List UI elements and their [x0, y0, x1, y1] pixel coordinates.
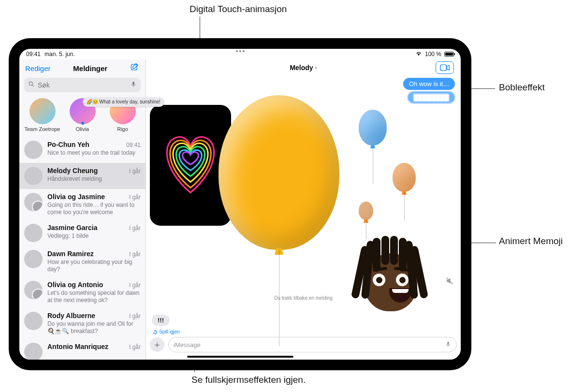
- search-icon: [28, 81, 35, 89]
- pinned-name: Rigo: [117, 126, 128, 132]
- conversation-time: I går: [129, 344, 141, 350]
- pinned-name: Olivia: [76, 126, 89, 132]
- unread-dot: [81, 122, 84, 125]
- conversation-name: Olivia og Antonio: [47, 281, 103, 289]
- conversation-name: Jasmine Garcia: [47, 224, 98, 232]
- edit-button[interactable]: Rediger: [25, 64, 51, 73]
- battery-icon: [444, 52, 454, 57]
- conversation-pane: Melody › Oh wow is it… ████████: [146, 59, 461, 360]
- conversation-name: Rody Albuerne: [47, 312, 95, 319]
- conversation-time: I går: [129, 168, 141, 174]
- callout-replay-fullscreen: Se fullskjermseffekten igjen.: [191, 375, 306, 385]
- conversation-time: I går: [129, 282, 141, 289]
- conversation-row[interactable]: Olivia og JasmineI gårGoing on this ride…: [19, 189, 146, 220]
- balloon-blue: [359, 110, 387, 145]
- pinned-row: Team Zoetrope 🌈😊 What a lovely day, suns…: [19, 95, 146, 137]
- callout-bubble-effect: Bobleeffekt: [499, 82, 545, 93]
- replay-label: Spill igjen: [159, 329, 180, 334]
- replay-effect-button[interactable]: Spill igjen: [153, 329, 180, 334]
- app-body: Rediger Meldinger: [19, 59, 461, 360]
- compose-icon[interactable]: [130, 62, 140, 74]
- avatar: [24, 250, 43, 268]
- conversation-preview: Vedlegg: 1 bilde: [47, 232, 141, 240]
- callout-digital-touch: Digital Touch-animasjon: [190, 4, 287, 15]
- chat-header[interactable]: Melody ›: [146, 59, 461, 76]
- received-message-bubble[interactable]: !!!: [152, 315, 170, 326]
- conversation-time: I går: [129, 313, 141, 319]
- mute-icon[interactable]: [445, 276, 454, 287]
- conversation-list[interactable]: Po-Chun Yeh09:41Nice to meet you on the …: [19, 137, 146, 360]
- conversation-row[interactable]: Jasmine GarciaI gårVedlegg: 1 bilde: [19, 220, 146, 246]
- avatar: [24, 281, 43, 299]
- avatar: [24, 193, 43, 211]
- conversation-preview: Nice to meet you on the trail today: [47, 149, 141, 157]
- conversation-preview: Do you wanna join me and Oli for 🍳☕🔍 bre…: [47, 320, 141, 335]
- mic-icon[interactable]: [130, 81, 137, 89]
- conversation-time: I går: [129, 225, 141, 232]
- replay-icon: [153, 330, 158, 334]
- conversation-row[interactable]: Melody CheungI gårHåndskrevet melding: [19, 163, 146, 189]
- conversation-row[interactable]: Antonio ManriquezI går: [19, 339, 146, 360]
- dictate-icon[interactable]: [445, 341, 452, 349]
- conversation-row[interactable]: Dawn RamirezI gårHow are you celebrating…: [19, 246, 146, 277]
- animated-memoji[interactable]: [354, 239, 427, 316]
- pinned-preview-bubble: 🌈😊 What a lovely day, sunshine!: [83, 97, 164, 107]
- svg-rect-3: [132, 82, 134, 85]
- ipad-device-frame: 09:41 man. 5. jun. 100 % Rediger Melding…: [9, 38, 471, 370]
- add-attachment-button[interactable]: ＋: [150, 337, 164, 352]
- chat-canvas[interactable]: Oh wow is it… ████████: [146, 76, 461, 360]
- conversation-name: Po-Chun Yeh: [47, 141, 89, 148]
- conversation-name: Antonio Manriquez: [47, 343, 108, 350]
- conversation-time: I går: [129, 194, 141, 201]
- home-indicator[interactable]: [187, 356, 293, 358]
- search-input[interactable]: [38, 81, 130, 89]
- multitask-dots[interactable]: [236, 50, 245, 52]
- conversation-name: Dawn Ramirez: [47, 250, 94, 258]
- compose-bar: ＋ iMessage: [150, 336, 457, 353]
- conversation-preview: Going on this ride… if you want to come …: [47, 202, 141, 216]
- chat-title: Melody: [290, 64, 313, 72]
- sent-message-bubble[interactable]: Oh wow is it…: [403, 78, 455, 90]
- wifi-icon: [415, 51, 422, 58]
- callout-animated-memoji: Animert Memoji: [499, 236, 563, 247]
- conversation-time: I går: [129, 251, 141, 258]
- conversation-row[interactable]: Po-Chun Yeh09:41Nice to meet you on the …: [19, 137, 146, 163]
- avatar: [29, 98, 56, 124]
- avatar: [24, 343, 43, 360]
- svg-rect-4: [440, 65, 447, 71]
- sidebar-title: Meldinger: [73, 64, 107, 73]
- status-time: 09:41: [26, 51, 41, 58]
- heart-drawing: [157, 120, 224, 203]
- avatar: [24, 141, 43, 159]
- messages-sidebar: Rediger Meldinger: [19, 59, 146, 360]
- status-date: man. 5. jun.: [44, 51, 75, 58]
- conversation-row[interactable]: Olivia og AntonioI gårLet's do something…: [19, 277, 146, 308]
- balloon-yellow-big: [219, 95, 339, 250]
- pinned-contact[interactable]: Team Zoetrope: [23, 98, 62, 132]
- conversation-preview: How are you celebrating your big day?: [47, 259, 141, 273]
- status-bar: 09:41 man. 5. jun. 100 %: [19, 49, 461, 59]
- ipad-screen: 09:41 man. 5. jun. 100 % Rediger Melding…: [19, 49, 461, 360]
- avatar: [24, 312, 43, 330]
- message-input[interactable]: iMessage: [168, 337, 457, 352]
- sent-message-bubble-effect[interactable]: ████████: [408, 91, 455, 103]
- battery-percent: 100 %: [425, 51, 441, 58]
- svg-rect-6: [447, 341, 449, 345]
- conversation-preview: Håndskrevet melding: [47, 175, 141, 183]
- conversation-name: Melody Cheung: [47, 167, 98, 174]
- conversation-preview: Let's do something special for dawn at t…: [47, 290, 141, 304]
- conversation-time: 09:41: [126, 142, 141, 148]
- compose-placeholder: iMessage: [174, 341, 201, 348]
- retract-notice: Du trakk tilbake en melding: [274, 295, 333, 301]
- pinned-name: Team Zoetrope: [25, 126, 60, 132]
- chevron-right-icon: ›: [315, 64, 317, 71]
- svg-line-2: [32, 85, 34, 87]
- search-field[interactable]: [24, 78, 141, 92]
- pinned-contact[interactable]: 🌈😊 What a lovely day, sunshine! Olivia: [63, 98, 102, 132]
- sidebar-header: Rediger Meldinger: [19, 59, 146, 76]
- conversation-row[interactable]: Rody AlbuerneI gårDo you wanna join me a…: [19, 308, 146, 339]
- balloon-orange: [393, 163, 416, 192]
- balloon-orange-small: [359, 202, 373, 220]
- facetime-button[interactable]: [436, 61, 454, 74]
- svg-point-1: [29, 82, 32, 85]
